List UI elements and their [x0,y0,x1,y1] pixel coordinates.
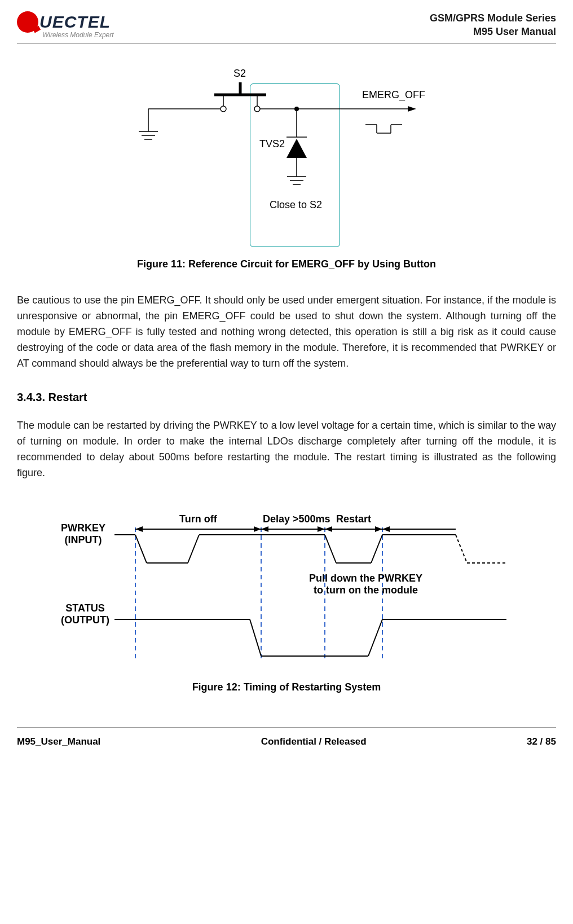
pulldown-label: Pull down the PWRKEY to turn on the modu… [309,573,422,596]
delay-label: Delay >500ms [263,513,330,525]
logo-text: UECTEL [39,12,111,32]
svg-marker-47 [318,526,325,532]
restart-label: Restart [336,513,371,525]
footer-right: 32 / 85 [527,736,556,747]
svg-line-32 [135,535,147,563]
svg-marker-14 [408,106,416,112]
svg-marker-49 [325,526,332,532]
footer-center: Confidential / Released [261,736,367,747]
svg-marker-50 [375,526,382,532]
manual-title: M95 User Manual [430,25,556,38]
restart-heading: 3.4.3. Restart [17,391,556,404]
tvs2-label: TVS2 [259,138,285,150]
svg-marker-43 [135,526,143,532]
s2-label: S2 [233,68,246,80]
logo: UECTEL [17,11,114,33]
page-header: UECTEL Wireless Module Expert GSM/GPRS M… [17,11,556,44]
svg-marker-46 [261,526,268,532]
svg-line-34 [188,535,199,563]
close-to-s2-label: Close to S2 [270,199,322,211]
svg-line-36 [325,535,336,563]
emerg-off-label: EMERG_OFF [362,89,425,101]
turnoff-label: Turn off [179,513,217,525]
figure-timing: PWRKEY (INPUT) STATUS (OUTPUT) Turn off … [61,504,512,667]
series-title: GSM/GPRS Module Series [430,11,556,25]
svg-line-54 [250,619,261,656]
svg-line-56 [368,619,382,656]
svg-point-6 [254,106,260,112]
page-footer: M95_User_Manual Confidential / Released … [17,727,556,747]
svg-line-38 [371,535,382,563]
svg-marker-22 [286,139,307,158]
svg-marker-52 [382,526,390,532]
svg-point-5 [221,106,226,112]
figure-circuit: S2 EMERG_OFF TVS2 Close to S2 [129,61,444,247]
svg-line-40 [456,535,467,563]
timing-svg [61,504,512,667]
caution-paragraph: Be cautious to use the pin EMERG_OFF. It… [17,293,556,371]
pwrkey-label: PWRKEY (INPUT) [61,522,105,546]
header-titles: GSM/GPRS Module Series M95 User Manual [430,11,556,39]
figure12-caption: Figure 12: Timing of Restarting System [17,681,556,693]
restart-paragraph: The module can be restarted by driving t… [17,418,556,481]
logo-section: UECTEL Wireless Module Expert [17,11,114,39]
status-label: STATUS (OUTPUT) [61,602,109,626]
footer-left: M95_User_Manual [17,736,100,747]
logo-subtitle: Wireless Module Expert [42,31,114,39]
figure11-caption: Figure 11: Reference Circuit for EMERG_O… [17,258,556,270]
svg-marker-44 [254,526,261,532]
logo-q-icon [17,11,38,33]
